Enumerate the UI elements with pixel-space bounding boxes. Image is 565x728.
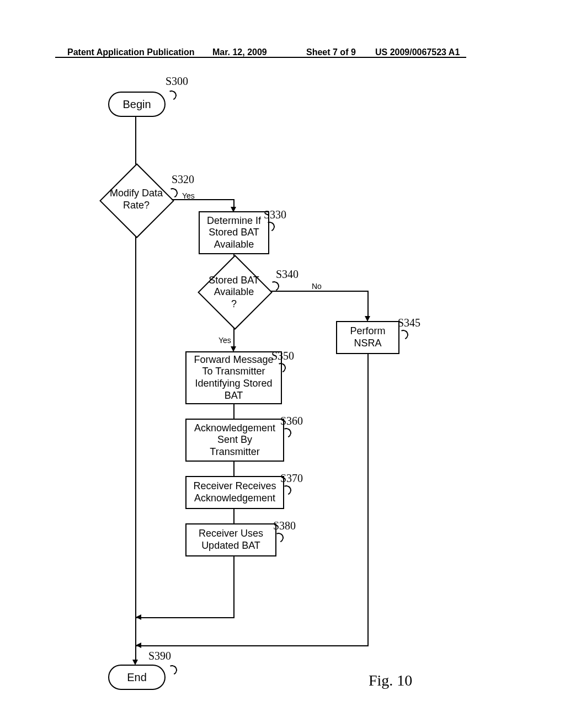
ref-s360: S360 [280,415,303,427]
arrow-s345-s390-join [136,643,141,648]
label-no: No [312,282,322,291]
header-left: Patent Application Publication [67,47,195,57]
ref-s330: S330 [264,208,286,221]
ref-s340: S340 [276,268,299,281]
header-rule [55,57,466,58]
edge-merge-end [135,645,136,661]
node-s370: Receiver Receives Acknowledgement [185,476,284,509]
edge-s380-left [136,617,234,618]
edge-s340-s345-h [270,291,367,292]
header-date: Mar. 12, 2009 [212,47,267,57]
refmark-s390 [166,663,178,676]
label-yes-2: Yes [218,336,231,345]
ref-s345: S345 [398,317,420,329]
edge-s320-s390 [135,236,136,645]
node-s380: Receiver Uses Updated BAT [185,523,276,556]
ref-s380: S380 [273,520,296,532]
edge-s345-s390-h [136,645,369,646]
arrow-s380-join [136,614,141,620]
ref-s300: S300 [166,75,188,88]
edge-s380-down [233,556,234,617]
header-sheet: Sheet 7 of 9 [306,47,356,57]
edge-s340-s345-v [367,291,369,317]
node-s350: Forward Message To Transmitter Identifyi… [185,351,282,404]
edge-s345-s390-v [367,354,369,645]
edge-s300-s320 [135,116,136,171]
node-decide-bat-text: Stored BAT Available ? [199,275,269,310]
label-yes-1: Yes [182,191,195,200]
edge-s340-s350 [233,328,234,347]
node-s345: Perform NSRA [336,321,399,354]
page: Patent Application Publication Mar. 12, … [0,0,565,728]
edge-s350-s360 [233,404,234,419]
ref-s320: S320 [172,173,194,186]
node-decide-rate-text: Modify Data Rate? [101,186,172,213]
ref-s390: S390 [148,650,171,662]
edge-s360-s370 [233,462,234,476]
node-end: End [108,665,166,690]
ref-s370: S370 [280,472,303,485]
header-pubno: US 2009/0067523 A1 [375,47,460,57]
figure-label: Fig. 10 [369,672,412,689]
node-begin: Begin [108,92,166,117]
edge-s320-s330-h [172,199,233,200]
node-s360: Acknowledgement Sent By Transmitter [185,419,284,462]
refmark-s300 [165,89,178,101]
ref-s350: S350 [271,350,294,362]
node-s330: Determine If Stored BAT Available [199,211,269,254]
edge-s370-s380 [233,509,234,523]
